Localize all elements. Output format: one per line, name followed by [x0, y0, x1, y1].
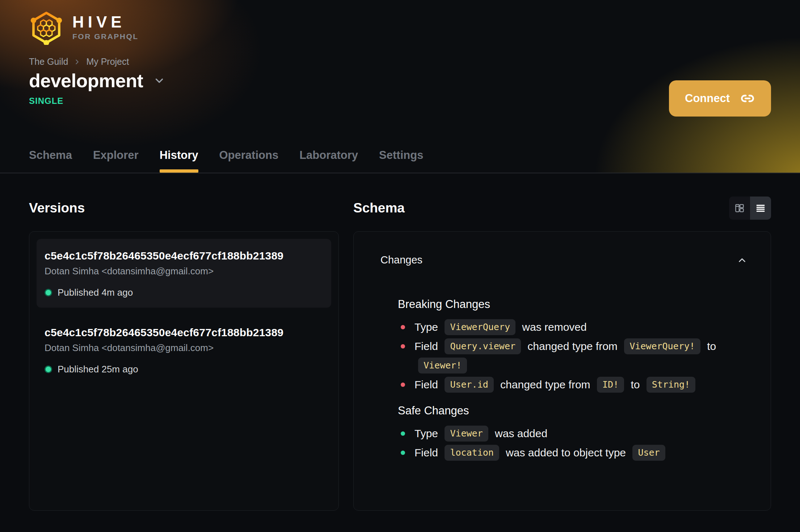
change-code: ViewerQuery! — [624, 338, 700, 354]
version-hash: c5e4c1c5f78b26465350e4ecf677cf188bb21389 — [45, 250, 323, 262]
versions-heading: Versions — [29, 200, 85, 216]
tab-schema[interactable]: Schema — [29, 149, 72, 173]
changes-section-header[interactable]: Changes — [354, 232, 771, 266]
changes-label: Changes — [380, 254, 422, 266]
change-item: Field Query.viewer changed type from Vie… — [398, 337, 745, 375]
breadcrumb: The Guild My Project — [29, 56, 771, 67]
brand-name: HIVE — [72, 14, 139, 30]
change-code: ViewerQuery — [445, 319, 515, 335]
breaking-changes-list: Type ViewerQuery was removed Field Query… — [398, 317, 745, 394]
green-status-dot-icon — [45, 366, 52, 373]
change-text: to — [631, 379, 640, 390]
change-code: ID! — [597, 377, 624, 393]
change-code: User.id — [445, 377, 493, 393]
change-text: was added — [495, 427, 547, 439]
split-view-button[interactable] — [729, 197, 750, 220]
link-icon — [740, 91, 755, 106]
changes-body: Breaking Changes Type ViewerQuery was re… — [398, 298, 745, 462]
columns-icon — [734, 203, 745, 214]
tab-settings[interactable]: Settings — [379, 149, 423, 173]
safe-changes-heading: Safe Changes — [398, 404, 745, 417]
tab-laboratory[interactable]: Laboratory — [299, 149, 358, 173]
change-text: Type — [414, 427, 438, 439]
versions-column: Versions c5e4c1c5f78b26465350e4ecf677cf1… — [29, 197, 339, 511]
schema-changes-panel: Changes Breaking Changes Type ViewerQuer… — [353, 231, 771, 511]
breadcrumb-org[interactable]: The Guild — [29, 56, 68, 67]
schema-view-toggle — [729, 197, 771, 220]
collapse-changes-button[interactable] — [737, 255, 748, 266]
target-name-title: development — [29, 70, 143, 92]
version-hash: c5e4c1c5f78b26465350e4ecf677cf188bb21389 — [45, 326, 323, 339]
change-text: Field — [414, 340, 438, 352]
history-page: Versions c5e4c1c5f78b26465350e4ecf677cf1… — [0, 173, 800, 511]
schema-header: Schema — [353, 197, 771, 220]
versions-header: Versions — [29, 197, 339, 220]
brand-tagline: FOR GRAPHQL — [72, 32, 139, 41]
change-text: changed type from — [500, 379, 590, 390]
version-status-text: Published 25m ago — [58, 364, 138, 375]
connect-button[interactable]: Connect — [669, 80, 771, 117]
version-list-item[interactable]: c5e4c1c5f78b26465350e4ecf677cf188bb21389… — [37, 239, 331, 308]
tab-operations[interactable]: Operations — [219, 149, 279, 173]
change-item: Field location was added to object type … — [398, 443, 745, 462]
chevron-down-icon[interactable] — [153, 75, 165, 87]
change-item: Type ViewerQuery was removed — [398, 317, 745, 337]
tab-explorer[interactable]: Explorer — [93, 149, 139, 173]
change-text: changed type from — [527, 340, 617, 352]
brand-wordmark: HIVE FOR GRAPHQL — [72, 14, 139, 41]
list-icon — [755, 203, 766, 214]
change-item: Field User.id changed type from ID! to S… — [398, 375, 745, 394]
connect-button-label: Connect — [685, 92, 730, 105]
version-author: Dotan Simha <dotansimha@gmail.com> — [45, 266, 323, 277]
change-code: User — [632, 445, 665, 461]
versions-panel: c5e4c1c5f78b26465350e4ecf677cf188bb21389… — [29, 231, 339, 511]
schema-heading: Schema — [353, 200, 405, 216]
green-status-dot-icon — [45, 289, 52, 296]
change-code: Viewer — [445, 426, 488, 442]
change-text: Field — [414, 447, 438, 459]
brand-logo[interactable]: HIVE FOR GRAPHQL — [29, 0, 771, 45]
change-code: String! — [647, 377, 695, 393]
page-header: HIVE FOR GRAPHQL The Guild My Project de… — [0, 0, 800, 173]
version-status-text: Published 4m ago — [58, 287, 133, 298]
change-code: Query.viewer — [445, 338, 521, 354]
breaking-changes-heading: Breaking Changes — [398, 298, 745, 311]
hive-honeycomb-icon — [29, 10, 64, 45]
schema-column: Schema — [353, 197, 771, 511]
change-text: Type — [414, 321, 438, 333]
chevron-up-icon — [737, 255, 748, 266]
change-text: to — [707, 340, 716, 352]
change-text: was removed — [522, 321, 586, 333]
chevron-right-icon — [73, 58, 81, 66]
breadcrumb-project[interactable]: My Project — [86, 56, 129, 67]
safe-changes-list: Type Viewer was added Field location was… — [398, 424, 745, 462]
target-tabs: Schema Explorer History Operations Labor… — [29, 149, 423, 173]
change-text: Field — [414, 379, 438, 390]
version-list-item[interactable]: c5e4c1c5f78b26465350e4ecf677cf188bb21389… — [37, 316, 331, 384]
target-type-badge: SINGLE — [29, 96, 771, 106]
version-status: Published 25m ago — [45, 364, 323, 375]
target-title-row: development — [29, 70, 771, 92]
list-view-button[interactable] — [750, 197, 771, 220]
version-status: Published 4m ago — [45, 287, 323, 298]
version-author: Dotan Simha <dotansimha@gmail.com> — [45, 342, 323, 354]
tab-history[interactable]: History — [160, 149, 198, 173]
change-code: Viewer! — [418, 358, 467, 373]
change-code: location — [445, 445, 499, 461]
change-item: Type Viewer was added — [398, 424, 745, 443]
change-text: was added to object type — [506, 447, 626, 459]
